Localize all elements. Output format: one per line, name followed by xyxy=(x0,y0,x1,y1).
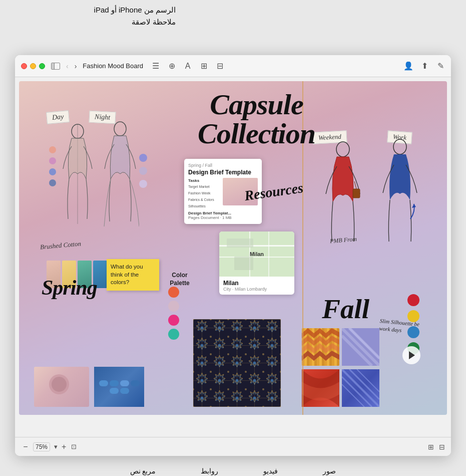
svg-point-19 xyxy=(393,139,406,154)
palette-dot-1 xyxy=(168,287,179,298)
map-subtitle: City · Milan Lombardy xyxy=(223,287,290,292)
palette-dot-3 xyxy=(168,315,179,326)
toolbar-icons: ☰ ⊕ A ⊞ ⊟ xyxy=(151,62,224,71)
note-icon[interactable]: ☰ xyxy=(151,62,160,71)
zoom-button[interactable] xyxy=(39,63,45,69)
color-dot-2 xyxy=(49,157,56,164)
bottom-annotations: مربع نص روابط فيديو صور xyxy=(0,467,466,475)
palette-colors xyxy=(168,287,179,340)
bottom-bar: − 75% ▾ + ⊡ ⊞ ⊟ xyxy=(15,437,451,456)
color-dot-4 xyxy=(49,179,56,186)
mid-dot-1 xyxy=(139,154,147,162)
annotation-photos: صور xyxy=(323,467,336,475)
play-button[interactable] xyxy=(402,346,420,364)
folder-icon[interactable]: ⊟ xyxy=(215,62,224,71)
sticky-note[interactable]: What do you think of the colors? xyxy=(107,259,159,291)
collab-icon[interactable]: 👤 xyxy=(404,62,413,71)
fabric-right-photo1[interactable] xyxy=(302,369,339,407)
edit-icon[interactable]: ✎ xyxy=(436,62,445,71)
map-footer: Milan City · Milan Lombardy xyxy=(219,277,294,295)
mid-dot-3 xyxy=(139,180,147,188)
fabric-photo1-inner xyxy=(302,369,339,407)
sidebar-toggle[interactable] xyxy=(51,63,60,70)
share-icon[interactable]: ⬆ xyxy=(420,62,429,71)
card-title: Design Brief Template xyxy=(188,169,258,176)
fabric-right-zigzag[interactable] xyxy=(302,328,339,366)
traffic-lights xyxy=(21,63,45,69)
window-title: Fashion Mood Board xyxy=(83,62,143,70)
zoom-separator: ▾ xyxy=(53,443,59,450)
sketch-day xyxy=(59,124,97,224)
tile-video[interactable] xyxy=(193,319,281,407)
annotation-sticky: ملاحظة لاصقة xyxy=(132,16,176,28)
forward-button[interactable]: › xyxy=(73,61,79,71)
photo-left-inner xyxy=(34,367,89,407)
annotation-video: فيديو xyxy=(263,467,278,475)
svg-point-2 xyxy=(114,122,126,136)
brushed-cotton-label: Brushed Cotton xyxy=(40,240,81,251)
moodboard: CapsuleCollection Day Night xyxy=(19,81,447,415)
zoom-out-button[interactable]: − xyxy=(21,442,30,451)
fit-button[interactable]: ⊡ xyxy=(71,443,77,450)
annotation-links: روابط xyxy=(201,467,218,475)
zoom-in-button[interactable]: + xyxy=(62,442,66,451)
photo-flowers[interactable] xyxy=(34,367,89,407)
svg-rect-14 xyxy=(193,319,281,407)
palette-dot-4 xyxy=(168,329,179,340)
zoom-controls: − 75% ▾ + ⊡ xyxy=(21,442,77,451)
capsule-collection-title: CapsuleCollection xyxy=(198,90,315,148)
tile-svg xyxy=(193,319,281,407)
spring-label: Spring xyxy=(42,276,97,300)
view-toggle-icon[interactable]: ⊞ xyxy=(428,443,434,451)
text-icon[interactable]: A xyxy=(183,62,192,71)
annotation-textbox: مربع نص xyxy=(130,467,156,475)
right-toolbar: 👤 ⬆ ✎ xyxy=(404,62,445,71)
flower-decoration xyxy=(47,372,77,402)
map-city-label: Milan xyxy=(250,251,264,257)
zoom-value[interactable]: 75% xyxy=(33,442,50,451)
fall-label: Fall xyxy=(322,293,369,325)
card-footer: Design Brief Templat... Pages Document ·… xyxy=(188,211,258,220)
map-visual: Milan xyxy=(219,231,294,277)
annotation-ipad-iphone: الرسم من iPhone أو iPad xyxy=(94,4,176,16)
color-dot-1 xyxy=(49,146,56,153)
card-text: Tasks Target Market Fashion Week Fabrics… xyxy=(188,178,221,208)
top-annotations: الرسم من iPhone أو iPad ملاحظة لاصقة xyxy=(0,0,466,58)
media-icon[interactable]: ⊞ xyxy=(199,62,208,71)
nav-buttons: ‹ › xyxy=(64,61,79,71)
svg-rect-17 xyxy=(353,189,360,198)
titlebar: ‹ › Fashion Mood Board ☰ ⊕ A ⊞ ⊟ 👤 ⬆ ✎ xyxy=(15,55,451,77)
fabric-inner xyxy=(302,328,339,366)
mid-color-dots xyxy=(139,154,147,188)
left-color-dots xyxy=(49,146,56,186)
close-button[interactable] xyxy=(21,63,27,69)
svg-line-18 xyxy=(354,181,356,189)
minimize-button[interactable] xyxy=(30,63,36,69)
map-card[interactable]: Milan Milan City · Milan Lombardy xyxy=(219,231,294,295)
sketch-night xyxy=(102,121,139,226)
add-content-icon[interactable]: ⊕ xyxy=(167,62,176,71)
bottom-right-icons: ⊞ ⊟ xyxy=(428,443,445,451)
photo-candies[interactable] xyxy=(94,367,144,407)
color-palette-label: Color Palette xyxy=(167,272,192,287)
video-play-overlay xyxy=(367,311,447,399)
map-city-name: Milan xyxy=(223,280,290,287)
day-label: Day xyxy=(46,110,70,124)
color-dot-3 xyxy=(49,168,56,175)
palette-dot-2 xyxy=(168,301,179,312)
sketch-work xyxy=(378,139,422,247)
sketch-weekend xyxy=(322,141,364,247)
photo-right-inner xyxy=(94,367,144,407)
svg-marker-20 xyxy=(412,204,416,208)
right-palette-red xyxy=(407,294,419,306)
card-season: Spring / Fall xyxy=(188,163,258,168)
mid-dot-2 xyxy=(139,167,147,175)
canvas: CapsuleCollection Day Night xyxy=(15,77,451,437)
play-triangle-icon xyxy=(409,351,415,359)
app-window: ‹ › Fashion Mood Board ☰ ⊕ A ⊞ ⊟ 👤 ⬆ ✎ C… xyxy=(15,55,451,456)
svg-point-16 xyxy=(336,142,349,157)
grid-icon[interactable]: ⊟ xyxy=(439,443,445,451)
back-button[interactable]: ‹ xyxy=(64,61,71,71)
